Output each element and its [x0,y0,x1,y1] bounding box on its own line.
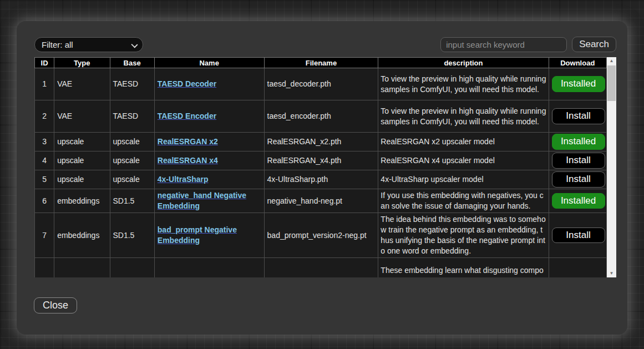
table-row: These embedding learn what disgusting co… [35,258,607,278]
cell-base: upscale [110,133,154,151]
cell-type: VAE [54,100,110,133]
header-description: description [378,58,549,68]
cell-id: 3 [35,133,54,151]
cell-description: The idea behind this embedding was to so… [378,213,549,258]
cell-description: If you use this embedding with negatives… [378,189,549,213]
download-button[interactable]: Install [552,227,605,243]
cell-base: SD1.5 [110,213,154,258]
scrollbar-thumb[interactable] [607,65,616,101]
cell-name: bad_prompt Negative Embedding [154,213,264,258]
cell-name: TAESD Decoder [154,68,264,100]
table-row: 2 VAE TAESD TAESD Encoder taesd_encoder.… [35,100,607,133]
model-link[interactable]: RealESRGAN x2 [158,137,218,146]
cell-base: TAESD [110,100,154,133]
cell-id: 7 [35,213,54,258]
download-button[interactable]: Installed [552,76,605,92]
model-link[interactable]: negative_hand Negative Embedding [158,191,246,210]
cell-download: Installed [549,189,606,213]
cell-name: negative_hand Negative Embedding [154,189,264,213]
cell-id: 4 [35,151,54,170]
header-id: ID [35,58,54,68]
cell-type: upscale [54,170,110,189]
header-type: Type [54,58,110,68]
table-row: 6 embeddings SD1.5 negative_hand Negativ… [35,189,607,213]
download-button[interactable]: Installed [552,134,605,149]
cell-base: TAESD [110,68,154,100]
models-table: ID Type Base Name Filename description D… [34,57,607,277]
cell-filename: negative_hand-neg.pt [264,189,378,213]
cell-download: Installed [549,68,606,100]
model-link[interactable]: TAESD Encoder [158,112,216,120]
cell-filename [264,258,378,278]
cell-description: To view the preview in high quality whil… [378,68,549,100]
cell-filename: RealESRGAN_x4.pth [264,151,378,170]
cell-id: 1 [35,68,54,100]
filter-select[interactable]: Filter: all [34,37,143,52]
cell-type: embeddings [54,213,110,258]
search-group: Search [440,37,616,52]
header-base: Base [110,58,154,68]
model-link[interactable]: RealESRGAN x4 [158,156,218,165]
install-models-dialog: Filter: all Search ID Type Base Name Fi [17,21,627,335]
model-link[interactable]: 4x-UltraSharp [158,175,209,184]
table-row: 7 embeddings SD1.5 bad_prompt Negative E… [35,213,607,258]
cell-filename: 4x-UltraSharp.pth [264,170,378,189]
download-button[interactable]: Install [552,108,605,124]
table-row: 1 VAE TAESD TAESD Decoder taesd_decoder.… [35,68,607,100]
cell-name [154,258,264,278]
cell-filename: RealESRGAN_x2.pth [264,133,378,151]
cell-description: RealESRGAN x4 upscaler model [378,151,549,170]
header-download: Download [549,58,606,68]
header-name: Name [154,58,264,68]
cell-filename: taesd_encoder.pth [264,100,378,133]
search-button[interactable]: Search [572,37,616,52]
model-link[interactable]: bad_prompt Negative Embedding [158,225,237,245]
cell-base: upscale [110,151,154,170]
table-row: 5 upscale upscale 4x-UltraSharp 4x-Ultra… [35,170,607,189]
scroll-down-icon[interactable]: ▼ [607,270,616,277]
filter-select-wrap: Filter: all [34,37,143,52]
cell-id: 2 [35,100,54,133]
cell-name: RealESRGAN x4 [154,151,264,170]
cell-id [35,258,54,278]
cell-id: 6 [35,189,54,213]
cell-name: 4x-UltraSharp [154,170,264,189]
cell-filename: taesd_decoder.pth [264,68,378,100]
toolbar: Filter: all Search [34,37,616,52]
cell-description: To view the preview in high quality whil… [378,100,549,133]
cell-description: 4x-UltraSharp upscaler model [378,170,549,189]
cell-base [110,258,154,278]
cell-download: Install [549,170,606,189]
close-button[interactable]: Close [34,297,77,313]
header-filename: Filename [264,58,378,68]
cell-type: VAE [54,68,110,100]
table-header-row: ID Type Base Name Filename description D… [35,58,607,68]
cell-filename: bad_prompt_version2-neg.pt [264,213,378,258]
cell-download: Install [549,100,606,133]
search-input[interactable] [440,37,567,52]
cell-base: SD1.5 [110,189,154,213]
cell-type: upscale [54,151,110,170]
cell-type: upscale [54,133,110,151]
cell-base: upscale [110,170,154,189]
cell-download [549,258,606,278]
table-scrollbar[interactable]: ▲ ▼ [607,57,616,277]
cell-type: embeddings [54,189,110,213]
cell-type [54,258,110,278]
cell-description: RealESRGAN x2 upscaler model [378,133,549,151]
cell-id: 5 [35,170,54,189]
cell-download: Install [549,213,606,258]
cell-download: Installed [549,133,606,151]
table-row: 3 upscale upscale RealESRGAN x2 RealESRG… [35,133,607,151]
table-row: 4 upscale upscale RealESRGAN x4 RealESRG… [35,151,607,170]
download-button[interactable]: Install [552,153,605,168]
download-button[interactable]: Install [552,171,605,187]
models-table-zone: ID Type Base Name Filename description D… [34,57,616,277]
download-button[interactable]: Installed [552,193,605,209]
cell-description: These embedding learn what disgusting co… [378,258,549,278]
model-link[interactable]: TAESD Decoder [158,79,216,88]
scroll-up-icon[interactable]: ▲ [607,57,616,65]
cell-name: TAESD Encoder [154,100,264,133]
cell-download: Install [549,151,606,170]
cell-name: RealESRGAN x2 [154,133,264,151]
